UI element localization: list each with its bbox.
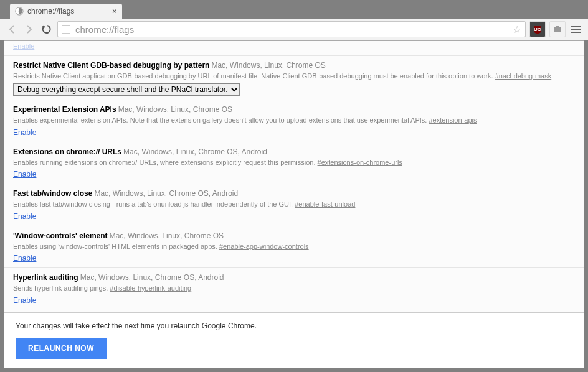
flag-description: Enables experimental extension APIs. Not…: [13, 116, 429, 124]
flag-action-link[interactable]: Enable: [13, 169, 36, 180]
flag-item: Restrict Native Client GDB-based debuggi…: [4, 56, 584, 101]
flag-action-link[interactable]: Enable: [13, 295, 36, 306]
svg-text:UO: UO: [534, 27, 541, 32]
flag-item: Fast tab/window close Mac, Windows, Linu…: [4, 184, 584, 226]
relaunch-now-button[interactable]: RELAUNCH NOW: [16, 338, 107, 359]
tab-title: chrome://flags: [27, 7, 74, 16]
svg-point-5: [19, 11, 21, 12]
svg-rect-8: [556, 26, 559, 28]
flag-action-link[interactable]: Enable: [13, 211, 36, 222]
flag-description: Enables fast tab/window closing - runs a…: [13, 200, 295, 208]
flag-item: Hyperlink auditing Mac, Windows, Linux, …: [4, 268, 584, 310]
flag-title: 'Window-controls' element: [13, 231, 108, 240]
address-bar[interactable]: chrome://flags ☆: [57, 21, 526, 37]
flag-title: Restrict Native Client GDB-based debuggi…: [13, 61, 209, 70]
page-icon: [62, 25, 70, 34]
flag-platforms: Mac, Windows, Linux, Chrome OS: [110, 231, 224, 240]
radiation-icon: [15, 7, 24, 16]
flag-description: Enables using 'window-controls' HTML ele…: [13, 243, 219, 250]
flag-platforms: Mac, Windows, Linux, Chrome OS, Android: [80, 273, 224, 282]
browser-toolbar: chrome://flags ☆ UO: [0, 19, 588, 40]
flag-hash-link[interactable]: #enable-app-window-controls: [219, 243, 309, 250]
flag-platforms: Mac, Windows, Linux, Chrome OS, Android: [94, 189, 238, 198]
flags-list[interactable]: EnableRestrict Native Client GDB-based d…: [4, 41, 584, 312]
tab-strip: chrome://flags ×: [0, 0, 588, 19]
flag-description: Enables running extensions on chrome:// …: [13, 159, 318, 166]
address-bar-url: chrome://flags: [75, 24, 134, 35]
browser-tab[interactable]: chrome://flags ×: [10, 4, 122, 19]
flag-item: 'Window-controls' element Mac, Windows, …: [4, 226, 584, 269]
flag-hash-link[interactable]: #disable-hyperlink-auditing: [110, 284, 191, 292]
flag-item: Extensions on chrome:// URLs Mac, Window…: [4, 142, 584, 185]
flag-platforms: Mac, Windows, Linux, Chrome OS, Android: [123, 147, 267, 156]
ublock-extension-icon[interactable]: UO: [529, 21, 546, 37]
flag-hash-link[interactable]: #enable-fast-unload: [295, 200, 355, 208]
flag-title: Fast tab/window close: [13, 189, 92, 198]
flag-description: Sends hyperlink auditing pings.: [13, 284, 110, 292]
reload-button[interactable]: [40, 22, 54, 36]
flag-select[interactable]: Debug everything except secure shell and…: [13, 83, 240, 96]
forward-button[interactable]: [22, 22, 36, 36]
flag-hash-link[interactable]: #extensions-on-chrome-urls: [318, 159, 402, 166]
flag-platforms: Mac, Windows, Linux, Chrome OS: [118, 105, 232, 114]
flag-title: Hyperlink auditing: [13, 273, 78, 282]
flag-item: Experimental Extension APIs Mac, Windows…: [4, 100, 584, 142]
flag-platforms: Mac, Windows, Linux, Chrome OS: [211, 61, 325, 70]
flag-hash-link[interactable]: #extension-apis: [429, 116, 477, 124]
relaunch-message: Your changes will take effect the next t…: [16, 322, 572, 330]
bookmark-star-icon[interactable]: ☆: [513, 24, 521, 35]
tab-close-icon[interactable]: ×: [112, 6, 117, 16]
flag-hash-link[interactable]: #nacl-debug-mask: [495, 72, 552, 80]
flag-title: Extensions on chrome:// URLs: [13, 147, 121, 156]
relaunch-bar: Your changes will take effect the next t…: [4, 312, 584, 368]
flag-action-link[interactable]: Enable: [13, 127, 36, 138]
chrome-menu-button[interactable]: [569, 26, 583, 33]
extension-icon[interactable]: [549, 21, 566, 37]
svg-rect-7: [554, 27, 561, 32]
flag-action-link[interactable]: Enable: [13, 253, 36, 264]
flag-description: Restricts Native Client application GDB-…: [13, 72, 495, 80]
flag-title: Experimental Extension APIs: [13, 105, 116, 114]
back-button[interactable]: [5, 22, 19, 36]
flag-action-link[interactable]: Enable: [13, 42, 34, 50]
